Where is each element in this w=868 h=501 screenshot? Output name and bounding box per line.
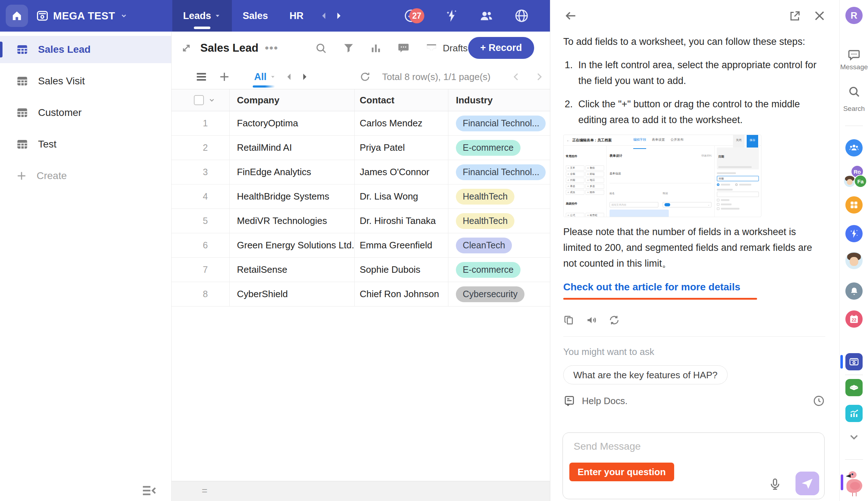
cell-contact[interactable]: Carlos Mendez [360, 118, 423, 129]
globe-icon[interactable] [514, 8, 529, 23]
cell-contact[interactable]: James O'Connor [360, 167, 429, 178]
home-button[interactable] [6, 5, 28, 27]
article-link[interactable]: Check out the article for more details [563, 279, 740, 295]
industry-tag[interactable]: Financial Technol... [456, 164, 546, 180]
table-row[interactable]: 3 FinEdge Analytics James O'Connor Finan… [172, 160, 550, 184]
table-row[interactable]: 8 CyberShield Chief Ron Johnson Cybersec… [172, 282, 550, 306]
tab-hr[interactable]: HR [279, 0, 314, 32]
industry-tag[interactable]: CleanTech [456, 238, 512, 253]
cell-company[interactable]: FinEdge Analytics [237, 167, 311, 178]
cell-company[interactable]: FactoryOptima [237, 118, 298, 129]
table-row[interactable]: 7 RetailSense Sophie Dubois E-commerce [172, 258, 550, 282]
cell-company[interactable]: HealthBridge Systems [237, 191, 329, 202]
industry-tag[interactable]: HealthTech [456, 189, 514, 205]
views-scroll-left-icon[interactable] [285, 72, 294, 81]
cell-company[interactable]: RetailSense [237, 264, 287, 275]
help-docs-row[interactable]: Help Docs. [563, 393, 825, 409]
contacts-group-button[interactable] [845, 139, 863, 156]
cell-company[interactable]: RetailMind AI [237, 142, 292, 153]
search-icon[interactable] [314, 42, 327, 55]
views-scroll-right-icon[interactable] [300, 72, 309, 81]
industry-tag[interactable]: Financial Technol... [456, 116, 546, 131]
page-next-icon[interactable] [534, 71, 545, 82]
assistant-avatar[interactable] [845, 252, 863, 269]
summary-symbol[interactable]: = [202, 486, 207, 497]
automation-bolt-icon[interactable] [444, 9, 459, 23]
filter-icon[interactable] [342, 42, 355, 54]
message-icon[interactable] [847, 48, 861, 62]
tab-leads[interactable]: Leads [172, 0, 232, 32]
create-worksheet-button[interactable]: Create [0, 162, 171, 189]
ai-assistant-button[interactable] [845, 225, 863, 242]
regenerate-icon[interactable] [608, 314, 620, 326]
cell-company[interactable]: CyberShield [237, 289, 288, 300]
tabs-scroll-right-icon[interactable] [334, 11, 343, 20]
task-count-badge[interactable]: 27 [409, 8, 424, 23]
industry-tag[interactable]: HealthTech [456, 213, 514, 229]
view-more-icon[interactable]: ••• [265, 42, 279, 54]
expand-view-icon[interactable] [180, 42, 192, 54]
close-icon[interactable] [813, 9, 826, 23]
members-icon[interactable] [479, 8, 494, 23]
comment-icon[interactable] [397, 42, 410, 55]
plugins-button[interactable] [845, 379, 863, 396]
header-chevron-icon[interactable] [207, 96, 216, 104]
cell-company[interactable]: MediVR Technologies [237, 215, 327, 226]
suggested-question-chip[interactable]: What are the key features of HAP? [563, 365, 728, 384]
select-all-checkbox[interactable] [194, 95, 204, 105]
send-button[interactable] [795, 472, 819, 495]
rail-more-chevron-icon[interactable] [848, 431, 860, 444]
cell-contact[interactable]: Sophie Dubois [360, 264, 420, 275]
chart-icon[interactable] [370, 42, 382, 54]
add-record-button[interactable]: + Record [468, 37, 534, 59]
cell-contact[interactable]: Emma Greenfield [360, 240, 432, 251]
table-row[interactable]: 1 FactoryOptima Carlos Mendez Financial … [172, 111, 550, 136]
industry-tag[interactable]: E-commerce [456, 140, 521, 156]
analytics-button[interactable] [845, 405, 863, 422]
calendar-button[interactable]: 22 [845, 310, 863, 328]
table-row[interactable]: 5 MediVR Technologies Dr. Hiroshi Tanaka… [172, 209, 550, 233]
app-switcher[interactable]: MEGA TEST [36, 9, 128, 22]
history-clock-icon[interactable] [812, 394, 825, 407]
table-row[interactable]: 6 Green Energy Solutions Ltd. Emma Green… [172, 233, 550, 258]
sidebar-worksheet-item[interactable]: Customer [0, 99, 171, 126]
global-search-icon[interactable] [847, 85, 861, 98]
page-prev-icon[interactable] [511, 71, 522, 82]
notifications-button[interactable] [845, 282, 863, 300]
apps-button[interactable] [845, 196, 863, 214]
current-app-button[interactable] [845, 353, 863, 370]
microphone-icon[interactable] [768, 477, 782, 491]
cell-contact[interactable]: Dr. Hiroshi Tanaka [360, 215, 436, 226]
embedded-screenshot[interactable]: ← 正在编辑表单：员工档案 编辑字段 表单设置 公开发布 关闭 保存 常用控件 … [563, 135, 761, 217]
column-header-industry[interactable]: Industry [456, 95, 493, 106]
column-header-contact[interactable]: Contact [360, 95, 395, 106]
industry-tag[interactable]: E-commerce [456, 262, 521, 278]
message-input-box[interactable]: Send Message Enter your question [563, 432, 825, 499]
cell-company[interactable]: Green Energy Solutions Ltd. [237, 240, 354, 251]
flamingo-mascot[interactable] [841, 470, 867, 496]
tabs-scroll-left-icon[interactable] [319, 11, 329, 20]
table-row[interactable]: 4 HealthBridge Systems Dr. Lisa Wong Hea… [172, 184, 550, 209]
mini-avatar-fa[interactable]: Fa [854, 175, 867, 188]
copy-icon[interactable] [563, 314, 575, 326]
view-list-icon[interactable] [195, 71, 207, 83]
table-row[interactable]: 2 RetailMind AI Priya Patel E-commerce [172, 136, 550, 160]
column-header-company[interactable]: Company [237, 95, 279, 106]
back-icon[interactable] [564, 9, 578, 23]
industry-tag[interactable]: Cybersecurity [456, 286, 524, 302]
refresh-icon[interactable] [359, 71, 371, 83]
cell-contact[interactable]: Chief Ron Johnson [360, 289, 439, 300]
open-in-new-icon[interactable] [788, 10, 801, 23]
sidebar-worksheet-item[interactable]: Sales Visit [0, 67, 171, 95]
view-tab-all[interactable]: All [254, 71, 276, 83]
tab-sales[interactable]: Sales [232, 0, 279, 32]
drafts-button[interactable]: Drafts [425, 42, 468, 55]
enter-question-button[interactable]: Enter your question [569, 463, 674, 481]
sidebar-worksheet-item[interactable]: Sales Lead [0, 36, 171, 63]
sidebar-worksheet-item[interactable]: Test [0, 131, 171, 158]
cell-contact[interactable]: Dr. Lisa Wong [360, 191, 418, 202]
collapse-sidebar-button[interactable] [142, 484, 157, 497]
cell-contact[interactable]: Priya Patel [360, 142, 405, 153]
add-view-icon[interactable] [218, 71, 230, 83]
user-avatar[interactable]: R [845, 7, 863, 24]
